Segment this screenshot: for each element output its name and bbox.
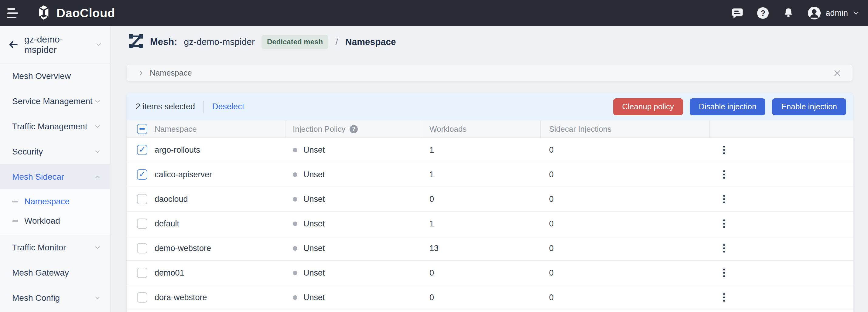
sidebar-item-mesh-config[interactable]: Mesh Config <box>0 285 110 310</box>
sidebar-header: gz-demo-mspider <box>0 26 110 63</box>
namespace-name: dora-webstore <box>155 293 207 302</box>
policy-status-dot-icon <box>293 271 297 275</box>
column-header-label: Namespace <box>155 125 197 134</box>
sidebar-item-traffic-management[interactable]: Traffic Management <box>0 114 110 139</box>
mesh-selector-label[interactable]: gz-demo-mspider <box>24 34 95 55</box>
policy-value: Unset <box>303 244 325 253</box>
sidebar-item-label: Mesh Gateway <box>12 268 69 278</box>
sidebar-subitem-workload[interactable]: Workload <box>0 211 110 231</box>
sidebar-subitem-label: Workload <box>24 216 60 226</box>
sidebar-item-mesh-sidecar[interactable]: Mesh Sidecar <box>0 164 110 189</box>
row-actions-kebab-icon[interactable] <box>721 218 727 230</box>
table-row: demo01 Unset 0 0 <box>127 261 854 285</box>
policy-value: Unset <box>303 195 325 204</box>
sidebar: gz-demo-mspider Mesh Overview Service Ma… <box>0 26 111 312</box>
subitem-dash-icon <box>12 201 18 202</box>
sidebar-item-traffic-monitor[interactable]: Traffic Monitor <box>0 235 110 260</box>
close-icon[interactable] <box>833 69 842 77</box>
select-all-checkbox[interactable] <box>137 124 147 134</box>
mesh-prefix-label: Mesh: <box>150 36 177 47</box>
row-checkbox[interactable] <box>137 243 147 253</box>
policy-value: Unset <box>303 170 325 179</box>
row-actions-kebab-icon[interactable] <box>721 242 727 254</box>
deselect-link[interactable]: Deselect <box>212 102 244 111</box>
help-icon[interactable]: ? <box>757 7 769 19</box>
namespace-name: daocloud <box>155 195 188 204</box>
username-label: admin <box>826 8 848 18</box>
namespace-name: demo01 <box>155 268 184 278</box>
row-checkbox[interactable] <box>137 194 147 204</box>
sidebar-item-label: Service Management <box>12 97 93 106</box>
app-window: DaoCloud ? <box>0 0 868 312</box>
chevron-right-icon[interactable] <box>137 70 144 76</box>
sidebar-item-label: Mesh Config <box>12 293 60 303</box>
sidebar-item-mesh-overview[interactable]: Mesh Overview <box>0 63 110 89</box>
cleanup-policy-button[interactable]: Cleanup policy <box>613 98 683 115</box>
row-actions-kebab-icon[interactable] <box>721 267 727 279</box>
sidebar-item-label: Mesh Overview <box>12 71 71 81</box>
workloads-count: 0 <box>429 195 434 204</box>
sidecar-injections-count: 0 <box>549 145 554 155</box>
row-actions-kebab-icon[interactable] <box>721 291 727 304</box>
policy-value: Unset <box>303 293 325 302</box>
policy-value: Unset <box>303 219 325 229</box>
namespace-name: demo-webstore <box>155 244 211 253</box>
topbar-actions: ? admin <box>731 7 860 20</box>
sidebar-item-service-management[interactable]: Service Management <box>0 89 110 114</box>
selected-count-label: 2 items selected <box>136 102 195 111</box>
menu-icon[interactable] <box>7 8 18 18</box>
sidebar-item-label: Security <box>12 147 43 157</box>
row-checkbox[interactable] <box>137 218 147 229</box>
feedback-chat-icon[interactable] <box>731 7 743 19</box>
workloads-count: 1 <box>429 170 434 179</box>
policy-status-dot-icon <box>293 246 297 251</box>
selection-toolbar: 2 items selected Deselect Cleanup policy… <box>127 93 854 120</box>
collapse-panel-title[interactable]: Namespace <box>150 68 192 78</box>
sidebar-item-label: Traffic Monitor <box>12 243 66 252</box>
row-actions-kebab-icon[interactable] <box>721 193 727 205</box>
enable-injection-button[interactable]: Enable injection <box>772 98 846 115</box>
mesh-graph-icon <box>129 34 143 49</box>
column-header-label: Workloads <box>429 125 466 134</box>
brand-name: DaoCloud <box>57 6 115 20</box>
row-checkbox[interactable] <box>137 145 147 155</box>
sidebar-subitem-label: Namespace <box>24 197 69 206</box>
row-checkbox[interactable] <box>137 169 147 180</box>
sidebar-item-mesh-gateway[interactable]: Mesh Gateway <box>0 260 110 285</box>
policy-value: Unset <box>303 145 325 155</box>
sidebar-subsection-mesh-sidecar: Namespace Workload <box>0 189 110 235</box>
injection-policy-help-icon[interactable]: ? <box>349 125 358 133</box>
disable-injection-button[interactable]: Disable injection <box>690 98 765 115</box>
sidecar-injections-count: 0 <box>549 170 554 179</box>
chevron-down-icon <box>94 98 101 105</box>
column-header-label: Sidecar Injections <box>549 125 611 134</box>
chevron-up-icon <box>94 173 101 181</box>
chevron-down-icon <box>94 294 101 302</box>
row-checkbox[interactable] <box>137 292 147 303</box>
breadcrumb-current-page: Namespace <box>345 37 396 47</box>
sidebar-item-security[interactable]: Security <box>0 139 110 164</box>
toolbar-divider <box>204 101 204 113</box>
user-chevron-down-icon <box>853 10 860 16</box>
column-header-namespace: Namespace <box>147 120 285 137</box>
row-checkbox[interactable] <box>137 268 147 278</box>
bulk-actions: Cleanup policy Disable injection Enable … <box>613 98 846 115</box>
sidebar-subitem-namespace[interactable]: Namespace <box>0 192 110 211</box>
sidecar-injections-count: 0 <box>549 195 554 204</box>
subitem-dash-icon <box>12 220 18 222</box>
user-menu[interactable]: admin <box>808 7 860 20</box>
row-actions-kebab-icon[interactable] <box>721 168 727 181</box>
column-header-injection-policy: Injection Policy ? <box>285 120 422 137</box>
table-row: demo-webstore Unset 13 0 <box>127 236 854 261</box>
notifications-bell-icon[interactable] <box>782 7 795 19</box>
row-actions-kebab-icon[interactable] <box>721 144 727 156</box>
column-header-workloads: Workloads <box>422 120 540 137</box>
table-row: dora-webstore Unset 0 0 <box>127 285 854 310</box>
mesh-selector-chevron-down-icon[interactable] <box>95 41 102 48</box>
chevron-down-icon <box>94 244 101 251</box>
workloads-count: 1 <box>429 145 434 155</box>
sidecar-injections-count: 0 <box>549 244 554 253</box>
back-arrow-icon[interactable] <box>8 39 18 50</box>
column-header-sidecar-injections: Sidecar Injections <box>540 120 710 137</box>
brand-logo[interactable]: DaoCloud <box>36 5 115 22</box>
